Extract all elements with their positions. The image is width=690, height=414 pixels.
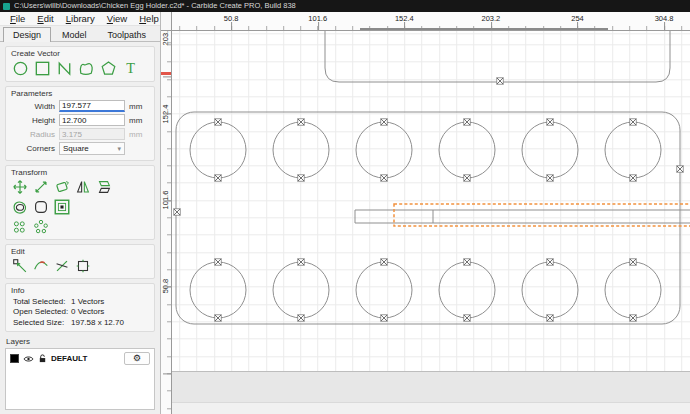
open-selected-value: 0 Vectors (71, 307, 104, 316)
selected-size-label: Selected Size: (13, 318, 71, 327)
rectangle-tool-button[interactable] (33, 59, 52, 78)
fillet-tool-button[interactable] (32, 198, 50, 216)
width-input[interactable] (59, 100, 125, 112)
scale-tool-button[interactable] (32, 178, 50, 196)
menu-bar: File Edit Library View Help (0, 12, 160, 26)
egg-hole-circle[interactable] (273, 262, 329, 318)
tab-toolpaths[interactable]: Toolpaths (98, 27, 157, 42)
main-board-outline[interactable] (176, 112, 680, 324)
egg-hole-circle[interactable] (439, 122, 495, 178)
h-ruler-selection-extent (360, 28, 608, 30)
corners-value: Square (63, 144, 89, 153)
egg-hole-circle[interactable] (356, 122, 412, 178)
parameters-group: Parameters Width mm Height mm Radius mm (5, 86, 155, 161)
egg-hole-circle[interactable] (273, 122, 329, 178)
open-selected-label: Open Selected: (13, 307, 71, 316)
transform-title: Transform (11, 168, 149, 177)
rotate-tool-button[interactable] (53, 178, 71, 196)
selected-size-value: 197.58 x 12.70 (71, 318, 124, 327)
layer-visibility-eye-icon[interactable] (23, 355, 34, 363)
corners-select[interactable]: Square ▾ (59, 142, 125, 155)
transform-group: Transform (5, 165, 155, 240)
svg-text:T: T (126, 60, 135, 76)
egg-hole-circle[interactable] (190, 262, 246, 318)
join-icon (53, 257, 71, 275)
curve-tool-button[interactable] (77, 59, 96, 78)
layer-row-default[interactable]: DEFAULT ⚙ (6, 349, 154, 368)
top-board-outline[interactable] (325, 31, 670, 82)
slot-rectangle-outline[interactable] (355, 210, 690, 223)
scale-icon (32, 178, 50, 196)
layer-color-swatch[interactable] (10, 354, 19, 363)
boolean-tool-button[interactable] (74, 257, 92, 275)
info-title: Info (11, 286, 149, 295)
polygon-icon (99, 59, 118, 78)
join-tool-button[interactable] (53, 257, 71, 275)
offset-icon (11, 198, 29, 216)
mirror-tool-button[interactable] (74, 178, 92, 196)
tab-design[interactable]: Design (3, 27, 51, 42)
skew-icon (95, 178, 113, 196)
circular-array-tool-button[interactable] (32, 218, 50, 236)
ruler-corner (161, 12, 172, 31)
text-tool-button[interactable]: T (121, 59, 140, 78)
layers-title: Layers (6, 337, 155, 346)
height-unit: mm (129, 116, 145, 125)
move-icon (11, 178, 29, 196)
egg-hole-circle[interactable] (605, 262, 661, 318)
create-vector-title: Create Vector (11, 49, 149, 58)
trim-tool-button[interactable] (32, 257, 50, 275)
menu-edit[interactable]: Edit (31, 13, 59, 24)
move-tool-button[interactable] (11, 178, 29, 196)
node-marker[interactable] (497, 78, 503, 84)
egg-hole-circle[interactable] (439, 262, 495, 318)
menu-library[interactable]: Library (60, 13, 101, 24)
rotate-icon (53, 178, 71, 196)
edit-group: Edit (5, 244, 155, 279)
left-panel: File Edit Library View Help Design Model… (0, 12, 161, 414)
circle-icon (11, 59, 30, 78)
menu-file[interactable]: File (4, 13, 31, 24)
node-edit-icon (11, 257, 29, 275)
height-label: Height (19, 116, 55, 125)
parameters-title: Parameters (11, 89, 149, 98)
polyline-tool-button[interactable] (55, 59, 74, 78)
curve-icon (77, 59, 96, 78)
node-edit-tool-button[interactable] (11, 257, 29, 275)
layer-settings-button[interactable]: ⚙ (124, 352, 150, 365)
horizontal-ruler: 50.8 101.6 152.4 203.2 254 304.8 (172, 12, 690, 31)
width-label: Width (19, 102, 55, 111)
radius-input (59, 128, 125, 140)
boolean-icon (74, 257, 92, 275)
trim-icon (32, 257, 50, 275)
title-bar: C:\Users\willb\Downloads\Chicken Egg Hol… (0, 0, 690, 12)
node-marker[interactable] (174, 209, 180, 215)
egg-hole-circle[interactable] (605, 122, 661, 178)
linear-array-tool-button[interactable] (11, 218, 29, 236)
menu-view[interactable]: View (101, 13, 133, 24)
carbide-create-window: C:\Users\willb\Downloads\Chicken Egg Hol… (0, 0, 690, 414)
circle-tool-button[interactable] (11, 59, 30, 78)
egg-hole-circle[interactable] (356, 262, 412, 318)
design-canvas[interactable] (172, 31, 690, 414)
node-marker[interactable] (677, 166, 683, 172)
canvas-area: 50.8 101.6 152.4 203.2 254 304.8 203.2 1… (161, 12, 690, 414)
height-input[interactable] (59, 114, 125, 126)
egg-hole-circle[interactable] (522, 262, 578, 318)
tab-model[interactable]: Model (52, 27, 97, 42)
polygon-tool-button[interactable] (99, 59, 118, 78)
polyline-icon (55, 59, 74, 78)
offset-tool-button[interactable] (11, 198, 29, 216)
chevron-down-icon: ▾ (117, 145, 121, 153)
info-group: Info Total Selected:1 Vectors Open Selec… (5, 283, 155, 332)
fillet-icon (32, 198, 50, 216)
v-ruler-selection-mark (161, 72, 172, 75)
mirror-icon (74, 178, 92, 196)
layer-lock-icon[interactable] (38, 354, 47, 363)
linear-array-icon (11, 218, 29, 236)
egg-hole-circle[interactable] (190, 122, 246, 178)
skew-tool-button[interactable] (95, 178, 113, 196)
align-tool-button[interactable] (53, 198, 71, 216)
egg-hole-circle[interactable] (522, 122, 578, 178)
app-logo-icon (3, 3, 10, 10)
